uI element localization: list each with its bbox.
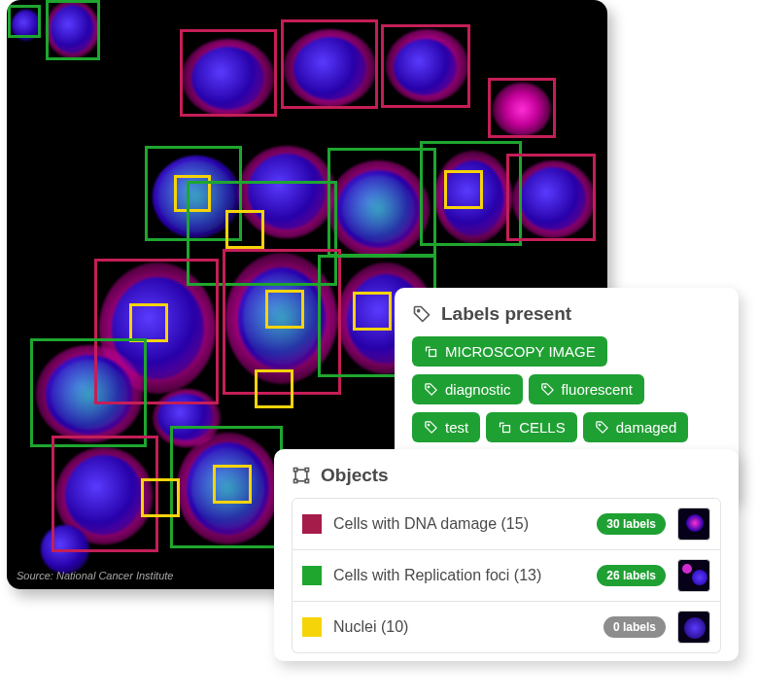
color-swatch <box>302 566 322 585</box>
svg-rect-1 <box>430 350 436 357</box>
object-class-name: Nuclei (10) <box>333 618 592 636</box>
svg-point-3 <box>544 386 546 388</box>
label-tag-text: diagnostic <box>445 381 511 398</box>
svg-point-6 <box>599 424 601 426</box>
object-class-name: Cells with Replication foci (13) <box>333 567 585 584</box>
label-tag[interactable]: CELLS <box>486 412 577 442</box>
objects-panel: Objects Cells with DNA damage (15)30 lab… <box>274 449 739 661</box>
label-tag-text: test <box>445 419 468 436</box>
svg-rect-12 <box>305 479 308 482</box>
label-tag[interactable]: MICROSCOPY IMAGE <box>412 336 607 367</box>
object-thumbnail <box>677 559 710 592</box>
object-class-name: Cells with DNA damage (15) <box>333 515 585 533</box>
svg-rect-5 <box>503 426 510 433</box>
label-tag-text: MICROSCOPY IMAGE <box>445 343 596 360</box>
svg-point-2 <box>428 386 430 388</box>
objects-panel-title-text: Objects <box>321 465 389 486</box>
tag-icon <box>424 382 438 397</box>
object-class-row[interactable]: Cells with DNA damage (15)30 labels <box>292 498 721 550</box>
label-tag[interactable]: test <box>412 412 480 442</box>
tag-icon <box>424 420 438 435</box>
label-tag[interactable]: damaged <box>583 412 689 442</box>
label-tag-text: damaged <box>616 419 677 436</box>
svg-rect-9 <box>294 469 297 472</box>
color-swatch <box>302 617 322 637</box>
label-count-pill: 26 labels <box>597 565 666 586</box>
tag-icon <box>595 420 609 435</box>
color-swatch <box>302 514 322 534</box>
object-class-row[interactable]: Cells with Replication foci (13)26 label… <box>292 550 721 602</box>
label-tag-text: fluorescent <box>562 381 633 398</box>
labels-panel-title-text: Labels present <box>441 303 571 325</box>
object-class-row[interactable]: Nuclei (10)0 labels <box>292 602 721 653</box>
label-tag-text: CELLS <box>519 419 566 436</box>
label-count-pill: 0 labels <box>603 616 666 638</box>
object-thumbnail <box>677 508 710 541</box>
svg-rect-10 <box>305 469 308 472</box>
svg-point-4 <box>428 424 430 426</box>
objects-panel-title: Objects <box>292 465 721 486</box>
labels-panel-title: Labels present <box>412 303 721 325</box>
tag-icon <box>412 304 431 324</box>
tag-icon <box>540 382 555 397</box>
bounding-box-icon <box>292 466 311 485</box>
label-tag[interactable]: diagnostic <box>412 374 523 404</box>
svg-point-0 <box>418 310 420 312</box>
source-attribution: Source: National Cancer Institute <box>17 570 173 581</box>
hierarchy-icon <box>424 344 438 359</box>
label-count-pill: 30 labels <box>597 513 666 535</box>
objects-list: Cells with DNA damage (15)30 labelsCells… <box>292 498 721 653</box>
label-tag[interactable]: fluorescent <box>529 374 644 404</box>
hierarchy-icon <box>498 420 512 435</box>
svg-rect-11 <box>294 479 297 482</box>
object-thumbnail <box>677 611 710 644</box>
